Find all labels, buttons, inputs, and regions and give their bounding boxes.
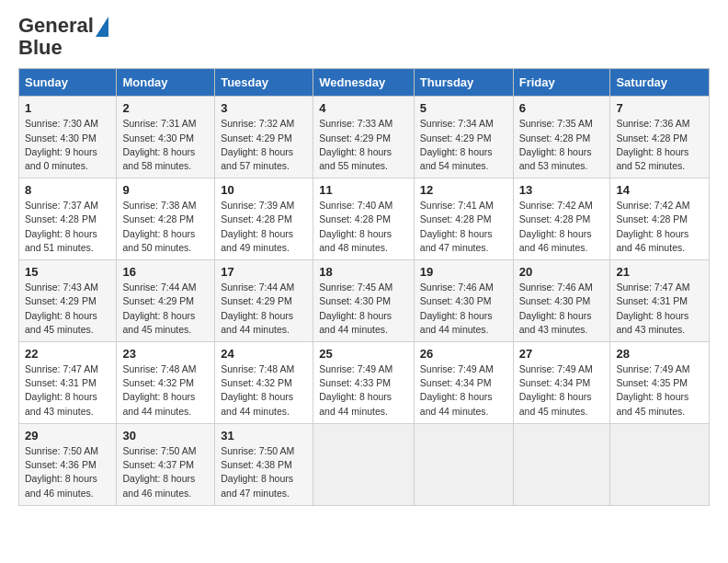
logo-blue-text: Blue bbox=[18, 37, 63, 59]
day-number: 28 bbox=[616, 347, 703, 361]
day-info: Sunrise: 7:50 AM Sunset: 4:37 PM Dayligh… bbox=[122, 444, 209, 500]
day-info: Sunrise: 7:36 AM Sunset: 4:28 PM Dayligh… bbox=[616, 117, 703, 173]
day-info: Sunrise: 7:50 AM Sunset: 4:38 PM Dayligh… bbox=[221, 444, 307, 500]
calendar-cell: 6 Sunrise: 7:35 AM Sunset: 4:28 PM Dayli… bbox=[513, 97, 610, 178]
weekday-header: Monday bbox=[117, 69, 215, 97]
day-info: Sunrise: 7:42 AM Sunset: 4:28 PM Dayligh… bbox=[616, 199, 703, 255]
calendar-cell: 1 Sunrise: 7:30 AM Sunset: 4:30 PM Dayli… bbox=[19, 97, 117, 178]
day-number: 3 bbox=[221, 101, 307, 115]
day-info: Sunrise: 7:46 AM Sunset: 4:30 PM Dayligh… bbox=[420, 281, 507, 337]
day-info: Sunrise: 7:33 AM Sunset: 4:29 PM Dayligh… bbox=[319, 117, 408, 173]
calendar-cell: 24 Sunrise: 7:48 AM Sunset: 4:32 PM Dayl… bbox=[215, 342, 313, 424]
calendar-cell: 4 Sunrise: 7:33 AM Sunset: 4:29 PM Dayli… bbox=[313, 97, 415, 178]
day-number: 7 bbox=[616, 101, 703, 115]
calendar-cell: 10 Sunrise: 7:39 AM Sunset: 4:28 PM Dayl… bbox=[215, 178, 313, 260]
day-info: Sunrise: 7:46 AM Sunset: 4:30 PM Dayligh… bbox=[519, 281, 605, 337]
calendar-cell bbox=[313, 423, 415, 505]
day-number: 4 bbox=[319, 101, 408, 115]
day-number: 18 bbox=[319, 265, 408, 279]
day-info: Sunrise: 7:48 AM Sunset: 4:32 PM Dayligh… bbox=[221, 362, 307, 419]
weekday-header: Sunday bbox=[19, 69, 117, 97]
day-info: Sunrise: 7:50 AM Sunset: 4:36 PM Dayligh… bbox=[25, 444, 110, 500]
calendar-cell: 25 Sunrise: 7:49 AM Sunset: 4:33 PM Dayl… bbox=[313, 342, 415, 424]
day-info: Sunrise: 7:30 AM Sunset: 4:30 PM Dayligh… bbox=[25, 117, 110, 173]
day-number: 31 bbox=[221, 429, 307, 442]
calendar-cell: 31 Sunrise: 7:50 AM Sunset: 4:38 PM Dayl… bbox=[215, 423, 313, 505]
day-number: 12 bbox=[420, 183, 507, 197]
calendar-cell bbox=[610, 423, 710, 505]
day-info: Sunrise: 7:49 AM Sunset: 4:34 PM Dayligh… bbox=[420, 362, 507, 419]
day-number: 20 bbox=[519, 265, 605, 279]
calendar-week-row: 1 Sunrise: 7:30 AM Sunset: 4:30 PM Dayli… bbox=[19, 97, 710, 178]
calendar-week-row: 15 Sunrise: 7:43 AM Sunset: 4:29 PM Dayl… bbox=[19, 260, 710, 342]
calendar-cell bbox=[414, 423, 513, 505]
calendar-cell: 9 Sunrise: 7:38 AM Sunset: 4:28 PM Dayli… bbox=[117, 178, 215, 260]
calendar-cell: 7 Sunrise: 7:36 AM Sunset: 4:28 PM Dayli… bbox=[610, 97, 710, 178]
day-number: 14 bbox=[616, 183, 703, 197]
day-number: 27 bbox=[519, 347, 605, 361]
calendar-cell: 28 Sunrise: 7:49 AM Sunset: 4:35 PM Dayl… bbox=[610, 342, 710, 424]
day-info: Sunrise: 7:42 AM Sunset: 4:28 PM Dayligh… bbox=[519, 199, 605, 255]
logo: General Blue bbox=[18, 15, 108, 59]
day-number: 21 bbox=[616, 265, 703, 279]
day-info: Sunrise: 7:41 AM Sunset: 4:28 PM Dayligh… bbox=[420, 199, 507, 255]
weekday-header: Wednesday bbox=[313, 69, 415, 97]
day-info: Sunrise: 7:43 AM Sunset: 4:29 PM Dayligh… bbox=[25, 281, 110, 337]
day-number: 25 bbox=[319, 347, 408, 361]
day-number: 24 bbox=[221, 347, 307, 361]
day-info: Sunrise: 7:44 AM Sunset: 4:29 PM Dayligh… bbox=[221, 281, 307, 337]
calendar-cell: 30 Sunrise: 7:50 AM Sunset: 4:37 PM Dayl… bbox=[117, 423, 215, 505]
calendar-cell: 23 Sunrise: 7:48 AM Sunset: 4:32 PM Dayl… bbox=[117, 342, 215, 424]
day-number: 15 bbox=[25, 265, 110, 279]
weekday-header: Friday bbox=[513, 69, 610, 97]
calendar-cell: 13 Sunrise: 7:42 AM Sunset: 4:28 PM Dayl… bbox=[513, 178, 610, 260]
day-info: Sunrise: 7:35 AM Sunset: 4:28 PM Dayligh… bbox=[519, 117, 605, 173]
day-info: Sunrise: 7:44 AM Sunset: 4:29 PM Dayligh… bbox=[122, 281, 209, 337]
day-number: 6 bbox=[519, 101, 605, 115]
page-header: General Blue bbox=[18, 15, 710, 59]
calendar-cell: 27 Sunrise: 7:49 AM Sunset: 4:34 PM Dayl… bbox=[513, 342, 610, 424]
calendar-cell: 29 Sunrise: 7:50 AM Sunset: 4:36 PM Dayl… bbox=[19, 423, 117, 505]
day-info: Sunrise: 7:49 AM Sunset: 4:34 PM Dayligh… bbox=[519, 362, 605, 419]
day-number: 16 bbox=[122, 265, 209, 279]
calendar-cell: 11 Sunrise: 7:40 AM Sunset: 4:28 PM Dayl… bbox=[313, 178, 415, 260]
calendar-cell: 19 Sunrise: 7:46 AM Sunset: 4:30 PM Dayl… bbox=[414, 260, 513, 342]
day-number: 5 bbox=[420, 101, 507, 115]
day-number: 13 bbox=[519, 183, 605, 197]
day-number: 17 bbox=[221, 265, 307, 279]
calendar-cell: 26 Sunrise: 7:49 AM Sunset: 4:34 PM Dayl… bbox=[414, 342, 513, 424]
day-number: 11 bbox=[319, 183, 408, 197]
day-info: Sunrise: 7:37 AM Sunset: 4:28 PM Dayligh… bbox=[25, 199, 110, 255]
day-info: Sunrise: 7:48 AM Sunset: 4:32 PM Dayligh… bbox=[122, 362, 209, 419]
day-number: 1 bbox=[25, 101, 110, 115]
day-number: 26 bbox=[420, 347, 507, 361]
calendar-cell: 17 Sunrise: 7:44 AM Sunset: 4:29 PM Dayl… bbox=[215, 260, 313, 342]
day-number: 22 bbox=[25, 347, 110, 361]
day-info: Sunrise: 7:38 AM Sunset: 4:28 PM Dayligh… bbox=[122, 199, 209, 255]
calendar-cell: 20 Sunrise: 7:46 AM Sunset: 4:30 PM Dayl… bbox=[513, 260, 610, 342]
day-info: Sunrise: 7:31 AM Sunset: 4:30 PM Dayligh… bbox=[122, 117, 209, 173]
day-info: Sunrise: 7:34 AM Sunset: 4:29 PM Dayligh… bbox=[420, 117, 507, 173]
calendar-cell: 18 Sunrise: 7:45 AM Sunset: 4:30 PM Dayl… bbox=[313, 260, 415, 342]
day-number: 10 bbox=[221, 183, 307, 197]
day-number: 2 bbox=[122, 101, 209, 115]
calendar-cell: 3 Sunrise: 7:32 AM Sunset: 4:29 PM Dayli… bbox=[215, 97, 313, 178]
day-number: 8 bbox=[25, 183, 110, 197]
day-info: Sunrise: 7:49 AM Sunset: 4:33 PM Dayligh… bbox=[319, 362, 408, 419]
day-number: 29 bbox=[25, 429, 110, 442]
calendar-cell: 16 Sunrise: 7:44 AM Sunset: 4:29 PM Dayl… bbox=[117, 260, 215, 342]
calendar-cell: 14 Sunrise: 7:42 AM Sunset: 4:28 PM Dayl… bbox=[610, 178, 710, 260]
day-number: 19 bbox=[420, 265, 507, 279]
calendar-cell: 22 Sunrise: 7:47 AM Sunset: 4:31 PM Dayl… bbox=[19, 342, 117, 424]
day-info: Sunrise: 7:40 AM Sunset: 4:28 PM Dayligh… bbox=[319, 199, 408, 255]
calendar-cell: 2 Sunrise: 7:31 AM Sunset: 4:30 PM Dayli… bbox=[117, 97, 215, 178]
calendar-cell: 12 Sunrise: 7:41 AM Sunset: 4:28 PM Dayl… bbox=[414, 178, 513, 260]
weekday-header: Saturday bbox=[610, 69, 710, 97]
calendar-cell: 5 Sunrise: 7:34 AM Sunset: 4:29 PM Dayli… bbox=[414, 97, 513, 178]
calendar-cell bbox=[513, 423, 610, 505]
day-info: Sunrise: 7:47 AM Sunset: 4:31 PM Dayligh… bbox=[616, 281, 703, 337]
day-info: Sunrise: 7:47 AM Sunset: 4:31 PM Dayligh… bbox=[25, 362, 110, 419]
calendar-cell: 8 Sunrise: 7:37 AM Sunset: 4:28 PM Dayli… bbox=[19, 178, 117, 260]
day-info: Sunrise: 7:45 AM Sunset: 4:30 PM Dayligh… bbox=[319, 281, 408, 337]
calendar-cell: 15 Sunrise: 7:43 AM Sunset: 4:29 PM Dayl… bbox=[19, 260, 117, 342]
